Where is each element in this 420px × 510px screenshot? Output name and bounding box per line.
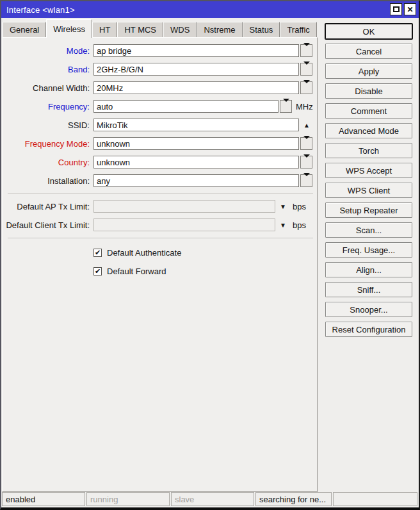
form-row-mode: Mode:	[5, 44, 317, 57]
form-row-default-ap-tx-limit: Default AP Tx Limit: ▼ bps	[5, 200, 317, 213]
default-ap-tx-limit-mode-button[interactable]: ▼	[277, 203, 289, 210]
default-forward-row: ✔ Default Forward	[93, 266, 317, 276]
separator	[8, 238, 313, 238]
ssid-label: SSID:	[5, 120, 90, 130]
frequency-mode-dropdown-button[interactable]	[300, 137, 312, 150]
separator	[8, 193, 313, 194]
frequency-mode-label: Frequency Mode:	[5, 139, 90, 149]
disable-button[interactable]: Disable	[325, 83, 412, 99]
comment-button[interactable]: Comment	[325, 103, 412, 119]
wireless-tab-panel: Mode: Band: Channel Width: Frequency:	[2, 37, 318, 492]
band-dropdown-button[interactable]	[300, 63, 312, 76]
form-row-country: Country:	[5, 156, 317, 169]
mode-label: Mode:	[5, 46, 90, 56]
country-dropdown-button[interactable]	[300, 156, 312, 169]
title-bar[interactable]: Interface <wlan1> ✕	[1, 1, 419, 18]
frequency-mode-input[interactable]	[93, 137, 299, 150]
advanced-mode-button[interactable]: Advanced Mode	[325, 123, 412, 138]
cancel-button[interactable]: Cancel	[325, 44, 412, 59]
maximize-icon	[393, 6, 400, 12]
default-forward-label: Default Forward	[107, 267, 166, 276]
torch-button[interactable]: Torch	[325, 143, 412, 158]
default-forward-checkbox[interactable]: ✔	[93, 267, 102, 276]
action-button-column: OK Cancel Apply Disable Comment Advanced…	[325, 24, 414, 341]
tab-traffic[interactable]: Traffic	[280, 22, 316, 37]
up-arrow-icon: ▲	[303, 122, 310, 129]
installation-input[interactable]	[93, 174, 299, 187]
form-row-installation: Installation:	[5, 174, 317, 187]
channel-width-label: Channel Width:	[5, 83, 90, 93]
apply-button[interactable]: Apply	[325, 63, 412, 79]
window-title: Interface <wlan1>	[6, 5, 75, 15]
installation-label: Installation:	[5, 176, 90, 186]
close-button[interactable]: ✕	[404, 3, 416, 15]
tab-nstreme[interactable]: Nstreme	[197, 22, 242, 37]
down-arrow-icon: ▼	[280, 203, 286, 210]
default-authenticate-row: ✔ Default Authenticate	[93, 247, 317, 258]
country-label: Country:	[5, 158, 90, 167]
frequency-dropdown-button[interactable]	[280, 100, 292, 113]
country-input[interactable]	[93, 156, 299, 169]
tab-ht[interactable]: HT	[92, 22, 117, 37]
form-row-channel-width: Channel Width:	[5, 81, 317, 94]
default-client-tx-limit-mode-button[interactable]: ▼	[277, 222, 289, 229]
sniff-button[interactable]: Sniff...	[325, 282, 412, 297]
band-input[interactable]	[93, 63, 299, 76]
frequency-label: Frequency:	[5, 102, 90, 111]
channel-width-input[interactable]	[93, 81, 299, 94]
reset-configuration-button[interactable]: Reset Configuration	[325, 322, 412, 337]
drop-down-icon	[303, 65, 310, 74]
ok-button[interactable]: OK	[325, 24, 412, 39]
tab-wds[interactable]: WDS	[163, 22, 197, 37]
setup-repeater-button[interactable]: Setup Repeater	[325, 202, 412, 218]
default-ap-tx-limit-input[interactable]	[93, 200, 275, 213]
channel-width-dropdown-button[interactable]	[300, 81, 312, 94]
default-client-tx-limit-input[interactable]	[93, 218, 275, 231]
status-slave: slave	[171, 492, 254, 506]
band-label: Band:	[5, 65, 90, 74]
default-client-tx-limit-label: Default Client Tx Limit:	[5, 220, 90, 230]
status-enabled: enabled	[2, 492, 85, 506]
form-row-frequency-mode: Frequency Mode:	[5, 137, 317, 150]
frequency-unit-label: MHz	[296, 102, 313, 111]
default-authenticate-label: Default Authenticate	[107, 248, 181, 258]
wps-accept-button[interactable]: WPS Accept	[325, 163, 412, 178]
ssid-collapse-button[interactable]: ▲	[301, 122, 312, 129]
mode-dropdown-button[interactable]	[300, 44, 312, 57]
frequency-input[interactable]	[93, 100, 279, 113]
tab-wireless[interactable]: Wireless	[46, 19, 92, 38]
drop-down-icon	[303, 158, 310, 167]
status-search: searching for ne...	[255, 492, 332, 506]
default-ap-tx-limit-label: Default AP Tx Limit:	[5, 202, 90, 211]
checkmark-icon: ✔	[95, 249, 101, 256]
maximize-button[interactable]	[390, 3, 402, 15]
form-row-ssid: SSID: ▲	[5, 119, 317, 131]
installation-dropdown-button[interactable]	[300, 174, 312, 187]
freq-usage-button[interactable]: Freq. Usage...	[325, 242, 412, 258]
close-icon: ✕	[407, 6, 413, 13]
drop-down-icon	[303, 139, 310, 149]
tab-status[interactable]: Status	[243, 22, 280, 37]
scan-button[interactable]: Scan...	[325, 222, 412, 238]
default-authenticate-checkbox[interactable]: ✔	[93, 249, 102, 257]
form-row-band: Band:	[5, 63, 317, 76]
drop-down-icon	[283, 102, 289, 111]
mode-input[interactable]	[93, 44, 299, 57]
form-row-frequency: Frequency: MHz	[5, 100, 317, 113]
interface-dialog-window: Interface <wlan1> ✕ General Wireless HT …	[0, 0, 420, 510]
status-empty	[333, 492, 417, 506]
drop-down-icon	[303, 176, 310, 186]
tab-general[interactable]: General	[3, 22, 46, 37]
status-running: running	[86, 492, 170, 506]
align-button[interactable]: Align...	[325, 262, 412, 277]
status-bar: enabled running slave searching for ne..…	[1, 492, 419, 506]
down-arrow-icon: ▼	[280, 222, 286, 229]
default-ap-tx-limit-unit-label: bps	[293, 202, 306, 211]
snooper-button[interactable]: Snooper...	[325, 302, 412, 317]
wps-client-button[interactable]: WPS Client	[325, 183, 412, 198]
tab-ht-mcs[interactable]: HT MCS	[117, 22, 163, 37]
default-client-tx-limit-unit-label: bps	[293, 220, 306, 230]
drop-down-icon	[303, 83, 310, 93]
checkmark-icon: ✔	[95, 268, 101, 275]
ssid-input[interactable]	[93, 119, 299, 131]
